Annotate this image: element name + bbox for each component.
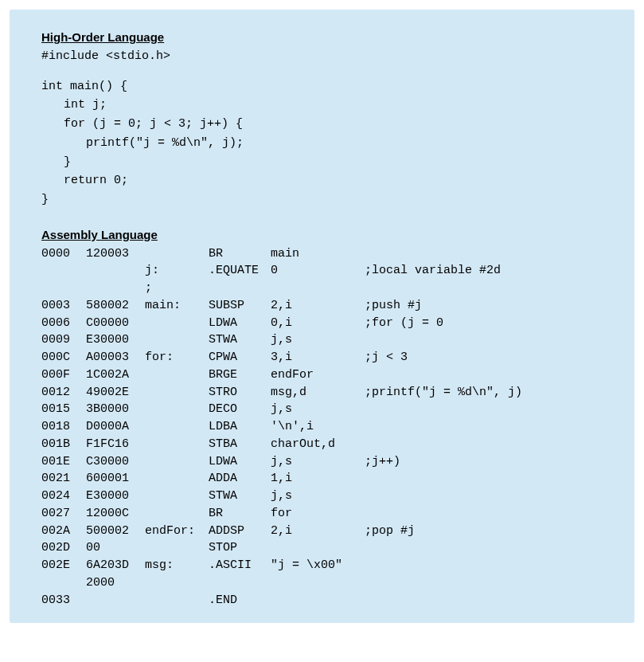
asm-hex: C00000 xyxy=(86,315,145,332)
asm-row: 0009 E30000 STWA j,s xyxy=(41,331,611,349)
asm-label xyxy=(145,470,209,488)
asm-hex: E30000 xyxy=(86,488,145,505)
asm-addr: 002D xyxy=(41,539,86,557)
asm-comment: ;j++) xyxy=(365,453,611,471)
asm-row: 0024 E30000 STWA j,s xyxy=(41,488,611,505)
asm-operand: 0,i xyxy=(271,315,365,332)
c-line: } xyxy=(41,191,611,209)
asm-comment xyxy=(365,488,611,505)
asm-addr: 0027 xyxy=(41,505,86,523)
asm-mnemonic: STOP xyxy=(209,539,271,557)
asm-row: 0021 600001 ADDA 1,i xyxy=(41,470,611,488)
asm-operand: "j = \x00" xyxy=(271,557,365,574)
asm-comment xyxy=(365,401,611,418)
asm-mnemonic: .END xyxy=(209,592,271,609)
asm-operand: msg,d xyxy=(271,384,365,402)
asm-hex xyxy=(86,262,145,280)
asm-row: 0012 49002E STRO msg,d ;printf("j = %d\n… xyxy=(41,384,611,402)
asm-addr: 0003 xyxy=(41,297,86,315)
asm-addr: 002E xyxy=(41,557,86,574)
c-line: int main() { xyxy=(41,78,611,96)
asm-addr: 0021 xyxy=(41,470,86,488)
asm-addr: 0009 xyxy=(41,331,86,349)
asm-row: 001E C30000 LDWA j,s ;j++) xyxy=(41,453,611,471)
asm-addr: 001B xyxy=(41,436,86,453)
asm-label xyxy=(145,366,209,384)
asm-operand: j,s xyxy=(271,453,365,471)
asm-addr: 000C xyxy=(41,349,86,366)
asm-operand xyxy=(271,574,365,592)
asm-comment xyxy=(365,592,611,609)
asm-operand xyxy=(271,280,365,297)
asm-row: j: .EQUATE 0 ;local variable #2d xyxy=(41,262,611,280)
asm-mnemonic: BR xyxy=(209,505,271,523)
asm-hex: 120003 xyxy=(86,245,145,263)
asm-mnemonic: LDBA xyxy=(209,418,271,436)
asm-row: 002E 6A203D msg: .ASCII "j = \x00" xyxy=(41,557,611,574)
asm-operand: endFor xyxy=(271,366,365,384)
asm-hex: 600001 xyxy=(86,470,145,488)
asm-mnemonic: ADDSP xyxy=(209,523,271,540)
asm-operand: 0 xyxy=(271,262,365,280)
asm-addr: 000F xyxy=(41,366,86,384)
asm-hex: 2000 xyxy=(86,574,145,592)
asm-mnemonic xyxy=(209,280,271,297)
assembly-listing: 0000 120003 BR main j: .EQUATE 0 ;local … xyxy=(41,245,611,609)
asm-comment xyxy=(365,418,611,436)
asm-label xyxy=(145,436,209,453)
asm-operand: 3,i xyxy=(271,349,365,366)
asm-hex: 3B0000 xyxy=(86,401,145,418)
asm-hex: 500002 xyxy=(86,523,145,540)
c-line: int j; xyxy=(41,96,611,114)
c-line: #include <stdio.h> xyxy=(41,48,611,65)
asm-label xyxy=(145,574,209,592)
asm-label xyxy=(145,505,209,523)
asm-row: 0018 D0000A LDBA '\n',i xyxy=(41,418,611,436)
asm-comment: ;local variable #2d xyxy=(365,262,611,280)
asm-row: 000F 1C002A BRGE endFor xyxy=(41,366,611,384)
asm-operand: charOut,d xyxy=(271,436,365,453)
asm-row: 0000 120003 BR main xyxy=(41,245,611,263)
asm-comment xyxy=(365,436,611,453)
asm-row: 002D 00 STOP xyxy=(41,539,611,557)
asm-addr: 0033 xyxy=(41,592,86,609)
asm-mnemonic: BR xyxy=(209,245,271,263)
asm-comment xyxy=(365,470,611,488)
asm-operand: 1,i xyxy=(271,470,365,488)
asm-comment xyxy=(365,574,611,592)
asm-hex: F1FC16 xyxy=(86,436,145,453)
asm-comment xyxy=(365,331,611,349)
asm-comment: ;j < 3 xyxy=(365,349,611,366)
asm-addr: 0006 xyxy=(41,315,86,332)
asm-label xyxy=(145,453,209,471)
asm-hex: 49002E xyxy=(86,384,145,402)
heading-high-order: High-Order Language xyxy=(41,29,611,46)
asm-mnemonic xyxy=(209,574,271,592)
asm-operand xyxy=(271,592,365,609)
asm-row: ; xyxy=(41,280,611,297)
asm-operand: j,s xyxy=(271,488,365,505)
asm-label xyxy=(145,539,209,557)
asm-mnemonic: LDWA xyxy=(209,315,271,332)
asm-comment xyxy=(365,539,611,557)
asm-addr: 0015 xyxy=(41,401,86,418)
asm-comment xyxy=(365,245,611,263)
heading-assembly: Assembly Language xyxy=(41,226,611,244)
asm-operand: for xyxy=(271,505,365,523)
asm-addr: 002A xyxy=(41,523,86,540)
asm-label xyxy=(145,488,209,505)
asm-label: ; xyxy=(145,280,209,297)
asm-addr: 0024 xyxy=(41,488,86,505)
asm-row: 001B F1FC16 STBA charOut,d xyxy=(41,436,611,453)
asm-row: 0027 12000C BR for xyxy=(41,505,611,523)
asm-row: 0003 580002 main: SUBSP 2,i ;push #j xyxy=(41,297,611,315)
asm-operand: j,s xyxy=(271,331,365,349)
asm-hex: 12000C xyxy=(86,505,145,523)
asm-operand: j,s xyxy=(271,401,365,418)
asm-mnemonic: STWA xyxy=(209,331,271,349)
asm-row: 0006 C00000 LDWA 0,i ;for (j = 0 xyxy=(41,315,611,332)
asm-hex: C30000 xyxy=(86,453,145,471)
asm-comment xyxy=(365,557,611,574)
c-line: return 0; xyxy=(41,172,611,190)
asm-mnemonic: SUBSP xyxy=(209,297,271,315)
